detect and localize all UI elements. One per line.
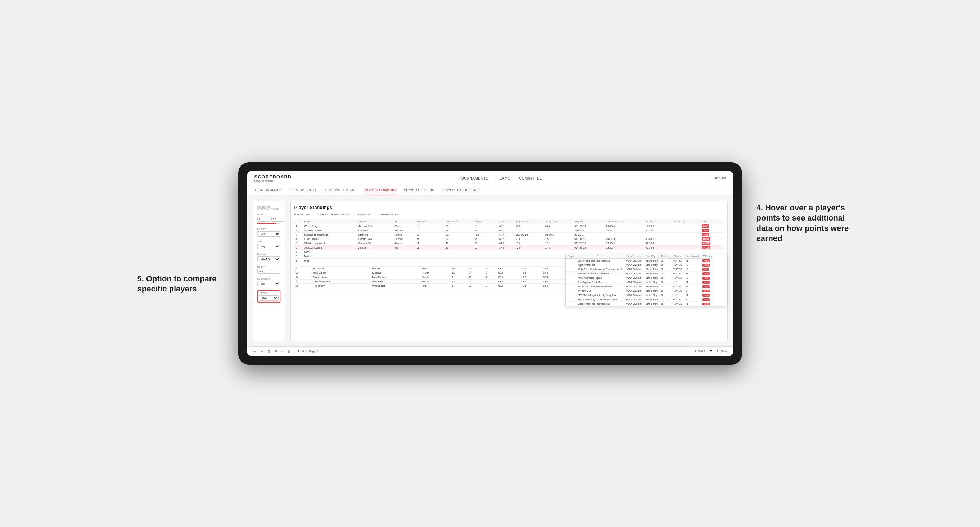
points-cell[interactable]: 58.18 (700, 246, 724, 250)
table-cell: -3.7 (520, 275, 542, 279)
col-avg-par: Avg to Par (544, 219, 573, 224)
points-cell[interactable]: 68.94 (700, 237, 724, 241)
table-cell: 24-31-3 (605, 237, 644, 241)
popup-row: Mirabei Maui Jim IntercollegiateNCAA Div… (566, 302, 714, 306)
gender-filter: Gender Men (257, 228, 280, 237)
popup-points-badge: 24.11 (702, 281, 710, 284)
tab-bar: TEAM SUMMARY TEAM H2H GRID TEAM H2H HEAT… (247, 185, 733, 195)
table-cell: First (393, 224, 416, 229)
points-badge[interactable]: 68.94 (702, 237, 710, 241)
popup-points-cell: 57.57 (700, 276, 713, 280)
table-cell: Bastien Amat (311, 275, 371, 279)
watch-button[interactable]: 👁 Watch (694, 350, 706, 353)
popup-cell: NCAA Division I (624, 259, 644, 263)
toolbar-icon-4[interactable]: ⊕ (287, 349, 291, 354)
table-row[interactable]: 6Jackson KolsonAuburnFirst227187.5-2.02.… (294, 246, 724, 250)
nav-teams[interactable]: TEAMS (497, 175, 510, 182)
tab-player-h2h-grid[interactable]: PLAYER H2H GRID (404, 185, 434, 195)
popup-cell: PLAYED (671, 267, 684, 271)
points-cell[interactable] (700, 250, 724, 254)
sign-out-button[interactable]: Sign out (714, 176, 725, 180)
header-divider (709, 176, 710, 181)
tab-player-summary[interactable]: PLAYER SUMMARY (365, 185, 397, 195)
view-original-button[interactable]: 👁 View: Original (294, 349, 321, 354)
table-cell: 15 (444, 224, 474, 229)
tab-team-h2h-heatmap[interactable]: TEAM H2H HEATMAP (323, 185, 358, 195)
col-reg-rank: Reg Rank (416, 219, 444, 224)
popup-cell: +1 (684, 271, 701, 276)
toolbar-icon-3[interactable]: ≡ (281, 349, 284, 354)
points-badge[interactable]: 70.2 (702, 233, 710, 237)
undo-button[interactable]: ↩ (253, 349, 257, 354)
rds-from-input[interactable] (257, 217, 270, 222)
toolbar-flag-icon[interactable]: ⚑ (710, 350, 712, 353)
table-cell: 674-33-12 (573, 246, 605, 250)
points-badge[interactable]: 76.3 (702, 229, 710, 232)
tab-team-h2h-grid[interactable]: TEAM H2H GRID (289, 185, 316, 195)
tab-player-h2h-heatmap[interactable]: PLAYER H2H HEATMAP (442, 185, 480, 195)
table-cell (357, 250, 393, 254)
year-select[interactable]: (All) (257, 244, 280, 249)
share-button[interactable]: ⬆ Share (717, 350, 727, 353)
popup-cell: Stroke Play (644, 289, 659, 293)
popup-points-badge: 46.7 (702, 268, 709, 271)
popup-cell (566, 293, 576, 297)
year-label: Year (257, 240, 280, 243)
rds-slider[interactable] (257, 223, 280, 224)
col-school: School (357, 219, 393, 224)
table-cell (444, 259, 474, 263)
points-cell[interactable]: 60.89 (700, 241, 724, 246)
rds-to-input[interactable] (271, 217, 284, 222)
table-cell (444, 254, 474, 259)
table-cell: 68.6 (497, 284, 520, 288)
view-original-label: View: Original (302, 350, 318, 353)
table-cell: Cole Sherwood (311, 279, 371, 284)
meta-region: Region: All (357, 213, 371, 216)
redo-button[interactable]: ↪ (260, 349, 264, 354)
points-cell[interactable]: 76.3 (700, 229, 724, 233)
table-cell (672, 233, 700, 237)
table-cell: 28-12-7 (605, 246, 644, 250)
gender-select[interactable]: Men (257, 231, 280, 237)
points-badge[interactable]: 60.89 (702, 242, 710, 245)
nav-committee[interactable]: COMMITTEE (519, 175, 542, 182)
conference-select[interactable]: (All) (257, 281, 280, 286)
table-cell (644, 233, 672, 237)
popup-col-event: Event (576, 254, 624, 259)
update-time: Update time: 27/01/2024 16:56:26 (257, 205, 280, 210)
popup-cell: Mirabei Maui Jim Intercollegiate (576, 302, 624, 306)
table-cell: Stanford (357, 233, 393, 237)
table-cell: 5 (294, 241, 303, 246)
region-input[interactable] (257, 269, 280, 274)
table-cell: First (393, 246, 416, 250)
table-cell: Michael La Sasso (303, 229, 357, 233)
toolbar-icon-1[interactable]: ⚙ (267, 349, 271, 354)
toolbar-icon-2[interactable]: ⧉ (274, 349, 278, 354)
points-badge[interactable]: 58.18 (702, 246, 710, 249)
popup-cell (566, 280, 576, 284)
popup-row: The Cypress Point ClassicNCAA Division I… (566, 280, 714, 284)
table-cell: Ian Gilligan (311, 266, 371, 271)
table-cell: Arizona State (357, 224, 393, 229)
table-cell: Second (393, 229, 416, 233)
points-cell[interactable]: 70.2 (700, 233, 724, 237)
points-badge[interactable]: 88.2 (702, 224, 710, 228)
col-wins: Wins (498, 219, 515, 224)
table-cell: Washington (371, 284, 420, 288)
popup-cell: NCAA Division I (624, 302, 644, 306)
player-select[interactable]: (All) (259, 295, 278, 301)
col-vs25: Vs Top 25 (644, 219, 672, 224)
popup-row: Wake Forest Invitational at Pinehurst No… (566, 267, 714, 271)
watch-icon: 👁 (694, 350, 697, 353)
table-cell: 1.43 (542, 266, 565, 271)
points-cell[interactable]: 88.2 (700, 224, 724, 229)
table-cell: Auburn (357, 246, 393, 250)
popup-cell: 3 (659, 302, 671, 306)
table-cell (474, 250, 498, 254)
tab-team-summary[interactable]: TEAM SUMMARY (255, 185, 282, 195)
table-cell (393, 259, 416, 263)
nav-tournaments[interactable]: TOURNAMENTS (458, 175, 488, 182)
col-adj-score: Adj. Score (515, 219, 544, 224)
division-select[interactable]: NCAA Division I (257, 257, 280, 262)
table-cell: 24 (294, 275, 311, 279)
